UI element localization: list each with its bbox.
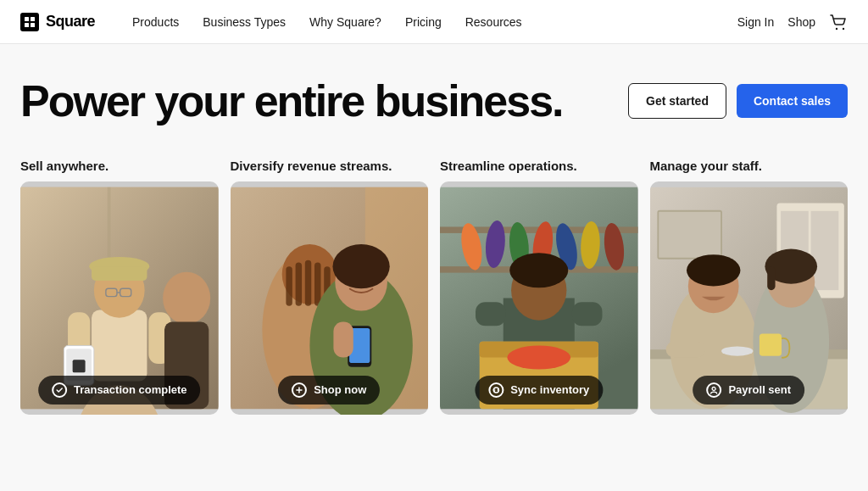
svg-point-5	[843, 27, 844, 29]
card-diversify: Diversify revenue streams.	[231, 159, 429, 415]
card-manage-staff: Manage your staff.	[650, 159, 849, 415]
svg-rect-30	[304, 259, 310, 305]
nav-products[interactable]: Products	[122, 10, 189, 34]
svg-rect-38	[333, 321, 353, 357]
card-4-image: Payroll sent	[650, 181, 849, 415]
svg-point-76	[712, 387, 715, 390]
svg-point-68	[686, 254, 740, 286]
svg-rect-28	[286, 266, 292, 306]
svg-rect-55	[572, 302, 602, 326]
svg-point-35	[332, 244, 389, 288]
hero-section: Power your entire business. Get started …	[0, 44, 868, 150]
svg-rect-65	[658, 210, 721, 258]
nav-links: Products Business Types Why Square? Pric…	[122, 10, 737, 34]
card-3-label: Streamline operations.	[440, 159, 638, 173]
cart-icon[interactable]	[829, 13, 848, 31]
cards-grid: Sell anywhere.	[20, 159, 848, 415]
shop-link[interactable]: Shop	[787, 15, 815, 29]
svg-point-4	[836, 27, 837, 29]
svg-rect-1	[31, 17, 35, 21]
svg-point-58	[507, 345, 570, 369]
plus-icon	[292, 382, 307, 398]
check-icon	[52, 382, 67, 398]
card-2-label: Diversify revenue streams.	[231, 159, 429, 173]
card-1-label: Sell anywhere.	[20, 159, 219, 173]
contact-sales-button[interactable]: Contact sales	[737, 84, 848, 118]
svg-rect-54	[476, 302, 505, 326]
svg-rect-69	[665, 341, 705, 357]
logo[interactable]: Square	[20, 13, 95, 31]
nav-business-types[interactable]: Business Types	[192, 10, 296, 34]
svg-rect-21	[73, 360, 86, 372]
card-1-badge: Transaction complete	[38, 376, 201, 405]
card-2-badge: Shop now	[278, 376, 380, 405]
nav-pricing[interactable]: Pricing	[395, 10, 452, 34]
card-2-image: Shop now	[231, 181, 429, 415]
card-streamline: Streamline operations.	[440, 159, 638, 415]
svg-rect-2	[25, 23, 29, 27]
card-sell-anywhere: Sell anywhere.	[20, 159, 219, 415]
card-3-image: Sync inventory	[440, 181, 638, 415]
svg-rect-29	[295, 262, 301, 305]
svg-rect-31	[314, 262, 320, 305]
card-1-image: Transaction complete	[20, 181, 219, 415]
cards-section: Sell anywhere.	[0, 150, 868, 415]
svg-rect-10	[92, 310, 147, 381]
nav-right: Sign In Shop	[737, 13, 848, 31]
card-4-badge: Payroll sent	[693, 376, 804, 405]
hero-title: Power your entire business.	[20, 78, 563, 125]
logo-text: Square	[46, 13, 95, 31]
card-4-label: Manage your staff.	[650, 159, 849, 173]
person-icon	[706, 382, 721, 398]
svg-rect-0	[25, 17, 29, 21]
svg-rect-3	[31, 23, 35, 27]
svg-point-75	[721, 346, 753, 355]
navbar: Square Products Business Types Why Squar…	[0, 0, 868, 44]
logo-icon	[20, 13, 39, 31]
svg-point-53	[509, 253, 568, 287]
nav-why-square[interactable]: Why Square?	[299, 10, 392, 34]
svg-rect-74	[759, 333, 781, 355]
svg-rect-64	[810, 210, 838, 289]
card-3-badge: Sync inventory	[475, 376, 603, 405]
sign-in-link[interactable]: Sign In	[737, 15, 775, 29]
nav-resources[interactable]: Resources	[455, 10, 532, 34]
get-started-button[interactable]: Get started	[628, 83, 726, 119]
svg-rect-13	[92, 266, 147, 281]
sync-icon	[488, 382, 504, 398]
svg-point-22	[163, 271, 210, 324]
hero-buttons: Get started Contact sales	[628, 83, 848, 119]
svg-rect-73	[767, 266, 775, 290]
